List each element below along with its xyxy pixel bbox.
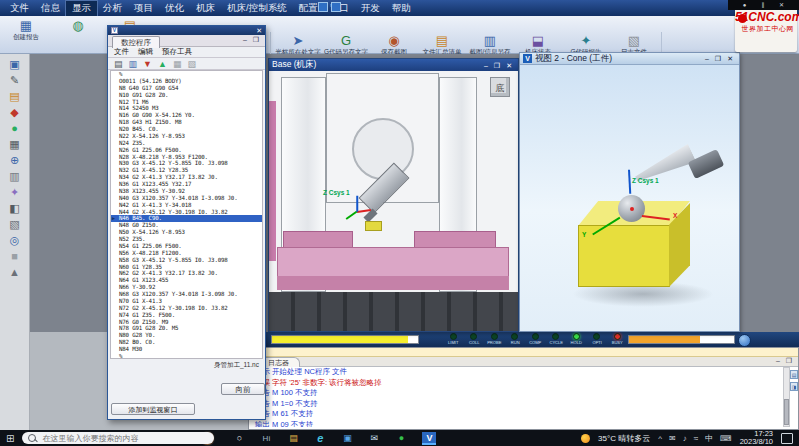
gcode-line[interactable]: % xyxy=(111,353,262,359)
grid-icon[interactable]: ▦ xyxy=(9,139,19,150)
tray-icon[interactable]: ≈ xyxy=(694,434,698,443)
vericut-taskbar-icon[interactable]: V xyxy=(422,432,436,445)
restore-icon[interactable]: ❐ xyxy=(712,54,724,63)
nc-menu-item[interactable]: 预存工具 xyxy=(162,47,192,57)
search-input[interactable] xyxy=(40,433,194,444)
logger-messages[interactable]: 提示 开始处理 NC程序 文件错误 字符 '25' 非数字: 该行将被忽略掉警告… xyxy=(251,367,782,427)
hatch-icon[interactable]: ▧ xyxy=(9,219,19,230)
create-report-button[interactable]: ▦ 创建报告 xyxy=(3,18,49,40)
gcode-line[interactable]: N84 M30 xyxy=(111,346,262,353)
menu-item[interactable]: 信息 xyxy=(35,1,66,16)
gcode-line[interactable]: N18 G43 H1 Z150. M8 xyxy=(111,119,262,126)
green-app-icon[interactable]: ● xyxy=(395,432,407,445)
gcode-line[interactable]: N8 G40 G17 G90 G54 xyxy=(111,85,262,92)
menu-item[interactable]: 帮助 xyxy=(386,1,417,16)
quick-toolbar-icon[interactable] xyxy=(331,2,341,12)
gcode-line[interactable]: N54 G1 Z25.06 F500. xyxy=(111,243,262,250)
close-icon[interactable]: ✕ xyxy=(256,27,262,34)
gcode-line[interactable]: N36 G1 X123.455 Y32.17 xyxy=(111,181,262,188)
recorder-glyph-icon[interactable]: ✕ xyxy=(779,2,784,8)
gcode-line[interactable]: N26 G1 Z25.06 F500. xyxy=(111,147,262,154)
recorder-glyph-icon[interactable]: ∥ xyxy=(761,2,764,8)
logger-scrollbar[interactable] xyxy=(783,367,790,427)
gcode-line[interactable]: N82 B0. C0. xyxy=(111,339,262,346)
block-icon[interactable]: ■ xyxy=(11,251,18,262)
gcode-line[interactable]: N48 G0 Z150. xyxy=(111,222,262,229)
nc-window-titlebar[interactable]: V ✕ xyxy=(108,26,265,35)
gcode-line[interactable]: N44 G2 X-45.12 Y-30.198 I0. J3.82 xyxy=(111,209,262,216)
target-icon[interactable]: ◎ xyxy=(10,235,20,246)
restore-icon[interactable]: ❐ xyxy=(491,61,503,70)
gcode-line[interactable]: N52 Z35. xyxy=(111,236,262,243)
menu-item[interactable]: 机床/控制系统 xyxy=(221,1,293,16)
play-button[interactable] xyxy=(738,334,751,347)
logger-window-controls[interactable]: – ❐ xyxy=(776,357,794,365)
gcode-line[interactable]: N14 S2450 M3 xyxy=(111,105,262,112)
recorder-glyph-icon[interactable]: ● xyxy=(743,2,747,8)
tray-icon[interactable]: ✉ xyxy=(669,434,676,443)
gcode-line[interactable]: N20 B45. C0. xyxy=(111,126,262,133)
gcode-line[interactable]: N70 G1 X-41.3 xyxy=(111,298,262,305)
play-icon[interactable]: ● xyxy=(11,123,18,134)
notification-center-icon[interactable] xyxy=(781,433,793,444)
gcode-line[interactable]: N12 T1 M6 xyxy=(111,99,262,106)
mail-icon[interactable]: ✉ xyxy=(368,432,380,445)
machine-view-titlebar[interactable]: Base (机床) – ❐ ✕ xyxy=(269,59,518,71)
add-watch-button[interactable]: 添加到监视窗口 xyxy=(111,403,195,415)
gcode-line[interactable]: N62 G2 X-41.3 Y32.17 I3.82 J0. xyxy=(111,270,262,277)
gcode-line[interactable]: N10 G91 G28 Z0. xyxy=(111,92,262,99)
nc-menu-item[interactable]: 编辑 xyxy=(138,47,153,57)
gcode-line[interactable]: O0011 (54.126 BODY) xyxy=(111,78,262,85)
menu-item[interactable]: 优化 xyxy=(159,1,190,16)
up-icon[interactable]: ▲ xyxy=(9,267,20,278)
menu-item[interactable]: 分析 xyxy=(97,1,128,16)
gcode-line[interactable]: N60 G1 Y28.35 xyxy=(111,264,262,271)
gcode-line[interactable]: N50 X-54.126 Y-8.953 xyxy=(111,229,262,236)
store-icon[interactable]: ▣ xyxy=(341,432,353,445)
workpiece-view-titlebar[interactable]: V 视图 2 - Cone (工件) – ❐ ✕ xyxy=(520,53,739,65)
taskbar-clock[interactable]: 17:23 2023/8/10 xyxy=(740,430,773,446)
nc-window-controls[interactable]: – ❐ xyxy=(243,36,261,44)
gcode-line[interactable]: N58 G3 X-45.12 Y-5.855 I0. J3.098 xyxy=(111,257,262,264)
columns-icon[interactable]: ▥ xyxy=(129,59,138,69)
gcode-line[interactable]: N22 X-54.126 Y-8.953 xyxy=(111,133,262,140)
folder-icon[interactable]: ▤ xyxy=(9,91,19,102)
graphs-button[interactable]: ◍ xyxy=(55,18,101,40)
tray-icon[interactable]: 中 xyxy=(705,433,713,444)
weather-text[interactable]: 35°C 晴转多云 xyxy=(598,433,650,444)
menu-item[interactable]: 机床 xyxy=(190,1,221,16)
logger-tool-icon[interactable]: ▤ xyxy=(790,370,798,379)
minimize-icon[interactable]: – xyxy=(481,61,491,70)
gcode-line[interactable]: N16 G0 G90 X-54.126 Y0. xyxy=(111,112,262,119)
menu-item[interactable]: 开发 xyxy=(355,1,386,16)
machine-3d-scene[interactable]: 底 Z Csys 1 xyxy=(269,71,518,331)
print-icon[interactable]: ▤ xyxy=(114,59,123,69)
gcode-listing[interactable]: %O0011 (54.126 BODY)N8 G40 G17 G90 G54N1… xyxy=(110,70,263,359)
section-icon[interactable]: ◧ xyxy=(9,203,19,214)
gcode-line[interactable]: N68 G3 X120.357 Y-34.018 I-3.098 J0. xyxy=(111,291,262,298)
view-orientation-cube[interactable]: 底 xyxy=(490,77,510,97)
gcode-line[interactable]: N78 G91 G28 Z0. M5 xyxy=(111,325,262,332)
tray-icon[interactable]: ♪ xyxy=(683,434,687,443)
project-tree-icon[interactable]: ▣ xyxy=(9,59,19,70)
tray-icon[interactable]: ⌨ xyxy=(720,434,732,443)
tray-icon[interactable]: ^ xyxy=(658,434,662,443)
copy-icon[interactable]: ▦ xyxy=(173,59,182,69)
gcode-line[interactable]: N34 G2 X-41.3 Y32.17 I3.82 J0. xyxy=(111,174,262,181)
forward-button[interactable]: 向前 xyxy=(221,383,265,395)
gcode-line[interactable]: N46 B45. C90. xyxy=(111,215,262,222)
start-button[interactable]: ⊞ xyxy=(6,433,14,444)
nc-menu-item[interactable]: 文件 xyxy=(114,47,129,57)
gcode-line[interactable]: N64 G1 X123.455 xyxy=(111,277,262,284)
menu-item[interactable]: 显示 xyxy=(66,1,97,16)
tool-icon[interactable]: ✦ xyxy=(10,187,19,198)
scrollbar-thumb[interactable] xyxy=(784,399,789,425)
gcode-line[interactable]: N28 X-48.218 Y-8.953 F1200. xyxy=(111,154,262,161)
menu-item[interactable]: 项目 xyxy=(128,1,159,16)
gcode-line[interactable]: N40 G3 X120.357 Y-34.018 I-3.098 J0. xyxy=(111,195,262,202)
gcode-line[interactable]: N30 G3 X-45.12 Y-5.855 I0. J3.098 xyxy=(111,160,262,167)
weather-sun-icon[interactable] xyxy=(581,434,590,443)
logger-tool-icon[interactable]: ◨ xyxy=(790,382,798,391)
gcode-line[interactable]: N72 G2 X-45.12 Y-30.198 I0. J3.82 xyxy=(111,305,262,312)
paste-icon[interactable]: ▧ xyxy=(187,59,196,69)
